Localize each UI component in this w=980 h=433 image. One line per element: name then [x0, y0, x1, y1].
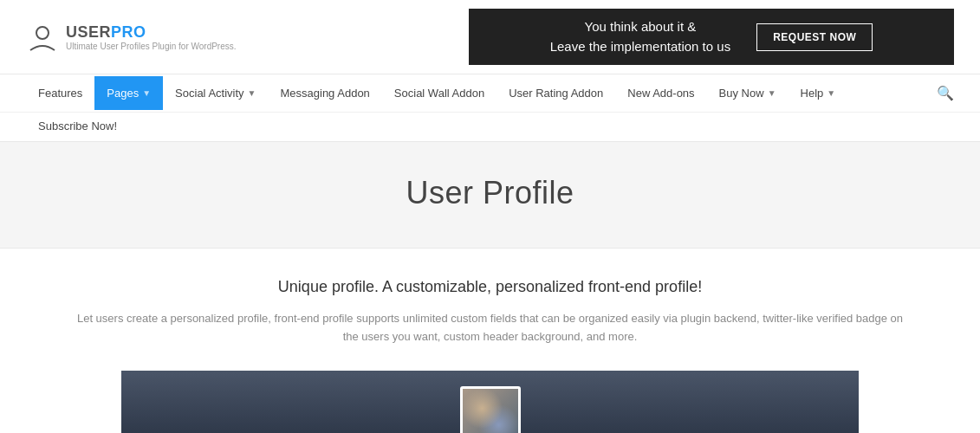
logo-tagline: Ultimate User Profiles Plugin for WordPr…	[66, 42, 237, 51]
request-now-button[interactable]: REQUEST NOW	[756, 23, 873, 51]
hero-section: User Profile	[0, 142, 980, 249]
avatar	[460, 386, 521, 433]
nav-item-pages[interactable]: Pages ▼	[94, 76, 163, 110]
nav-item-subscribe[interactable]: Subscribe Now!	[26, 113, 129, 141]
nav-item-messaging[interactable]: Messaging Addon	[268, 76, 381, 110]
nav-main-row: Features Pages ▼ Social Activity ▼ Messa…	[0, 74, 980, 112]
profile-preview: admin ✔	[121, 371, 859, 433]
header: USERPRO Ultimate User Profiles Plugin fo…	[0, 0, 980, 74]
nav-item-help[interactable]: Help ▼	[789, 76, 848, 110]
svg-point-0	[36, 27, 49, 39]
content-subtitle: Unique profile. A customizable, personal…	[69, 278, 911, 296]
banner-ad: You think about it & Leave the implement…	[469, 9, 954, 65]
logo-name: USERPRO	[66, 23, 237, 42]
pages-chevron-icon: ▼	[142, 88, 151, 98]
logo-text-block: USERPRO Ultimate User Profiles Plugin fo…	[66, 23, 237, 51]
nav-second-row: Subscribe Now!	[0, 112, 980, 141]
nav-item-buy-now[interactable]: Buy Now ▼	[707, 76, 789, 110]
banner-text: You think about it & Leave the implement…	[550, 17, 730, 56]
avatar-image	[463, 389, 518, 433]
logo-area[interactable]: USERPRO Ultimate User Profiles Plugin fo…	[26, 21, 237, 54]
content-section: Unique profile. A customizable, personal…	[0, 249, 980, 433]
logo-icon	[26, 21, 59, 54]
social-chevron-icon: ▼	[248, 88, 256, 98]
search-icon[interactable]: 🔍	[937, 74, 954, 112]
nav-item-social-wall[interactable]: Social Wall Addon	[382, 76, 496, 110]
help-chevron-icon: ▼	[827, 88, 835, 98]
nav-item-user-rating[interactable]: User Rating Addon	[496, 76, 615, 110]
buy-chevron-icon: ▼	[768, 88, 776, 98]
nav-item-features[interactable]: Features	[26, 76, 94, 110]
nav-item-new-addons[interactable]: New Add-ons	[615, 76, 706, 110]
nav-item-social-activity[interactable]: Social Activity ▼	[163, 76, 268, 110]
hero-title: User Profile	[17, 175, 963, 211]
navigation: Features Pages ▼ Social Activity ▼ Messa…	[0, 74, 980, 142]
content-description: Let users create a personalized profile,…	[69, 310, 911, 346]
